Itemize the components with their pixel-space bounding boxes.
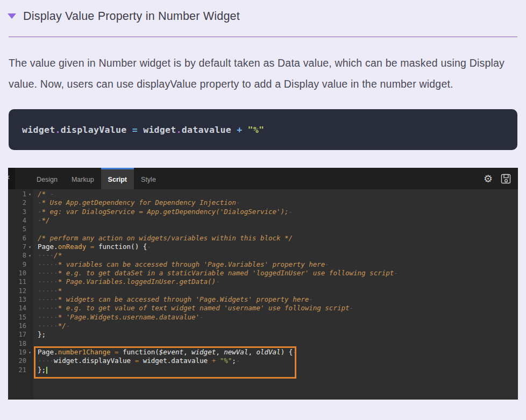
code-line[interactable]: ·* eg: var DialogService = App.getDepend… [33,208,518,216]
line-number: 15 [19,314,26,321]
line-number: 19 [19,348,26,356]
editor-body: 1▾234567▾8▾910111213141516171819▾2021 /*… [8,189,518,400]
gutter-row: 11 [8,277,33,286]
gutter-row: 10 [8,269,33,277]
settings-gear-icon[interactable]: ⚙ [484,173,493,184]
gutter-row: 14 [8,304,33,312]
line-number: 4 [23,217,26,224]
code-line[interactable]: ·····* variables can be accessed through… [33,260,518,269]
collapse-triangle-icon[interactable] [8,13,16,19]
tab-script[interactable]: Script [101,168,134,189]
gutter-row: 5 [8,225,33,233]
editor-gutter: 1▾234567▾8▾910111213141516171819▾2021 [8,189,33,400]
gutter-row: 20 [8,357,33,365]
gutter-row: 19▾ [8,348,33,357]
line-number: 20 [19,357,26,365]
section-divider [9,37,517,37]
line-number: 21 [19,366,26,374]
fold-toggle-icon[interactable]: ▾ [26,192,33,197]
fold-toggle-icon[interactable]: ▾ [26,245,33,250]
tab-style[interactable]: Style [134,168,163,189]
clipped-close-icon: ✕ [8,168,15,189]
line-number: 1 [23,190,26,198]
line-number: 16 [19,322,26,330]
code-line[interactable]: }; [33,330,518,339]
gutter-row: 6 [8,234,33,243]
snippet-code: widget.displayValue = widget.datavalue +… [22,125,264,135]
gutter-row: 15 [8,313,33,322]
line-number: 2 [23,199,26,207]
code-line[interactable]: ·* Use App.getDependency for Dependency … [33,198,518,207]
line-number: 7 [23,243,26,251]
code-line[interactable]: Page.number1Change = function($event, wi… [33,348,518,357]
code-line[interactable]: ·····* e.g. to get value of text widget … [33,304,518,312]
line-number: 5 [23,225,26,233]
code-line[interactable] [33,225,518,233]
gutter-row: 7▾ [8,243,33,251]
save-floppy-icon[interactable] [501,174,511,184]
line-number: 14 [19,304,26,312]
editor-toolbar: ✕ DesignMarkupScriptStyle ⚙ [8,168,518,189]
script-editor: ✕ DesignMarkupScriptStyle ⚙ 1▾234567▾8▾9… [8,168,518,400]
code-line[interactable]: ·····* 'Page.Widgets.username.datavalue'… [33,313,518,322]
line-number: 8 [23,252,26,259]
gutter-row: 9 [8,260,33,269]
line-number: 18 [19,340,26,347]
line-number: 17 [19,331,26,338]
gutter-row: 12 [8,287,33,295]
line-number: 3 [23,208,26,216]
code-snippet-block: widget.displayValue = widget.datavalue +… [9,109,517,150]
line-number: 13 [19,296,26,303]
code-line[interactable]: ·····* Page.Variables.loggedInUser.getDa… [33,277,518,286]
gutter-row: 1▾ [8,190,33,198]
gutter-row: 21 [8,366,33,374]
code-line[interactable]: ·····*/- [33,322,518,330]
code-line[interactable] [33,339,518,348]
code-line[interactable]: ·*/ [33,216,518,225]
editor-tabs: DesignMarkupScriptStyle [30,168,163,189]
gutter-row: 16 [8,322,33,330]
line-number: 10 [19,269,26,277]
gutter-row: 13 [8,295,33,304]
code-line[interactable]: }; [33,366,518,374]
line-number: 6 [23,234,26,242]
description-paragraph: The value given in Number widget is by d… [9,53,517,95]
tab-markup[interactable]: Markup [65,168,101,189]
code-line[interactable]: Page.onReady = function() {- [33,243,518,251]
code-line[interactable]: ····widget.displayValue = widget.dataval… [33,357,518,365]
line-number: 11 [19,278,26,286]
tab-design[interactable]: Design [30,168,65,189]
fold-toggle-icon[interactable]: ▾ [26,350,33,355]
section-title: Display Value Property in Number Widget [23,10,240,23]
gutter-row: 18 [8,339,33,348]
line-number: 12 [19,287,26,295]
code-line[interactable]: ····/* [33,251,518,260]
toolbar-actions: ⚙ [484,168,518,189]
code-line[interactable]: ·····* widgets can be accessed through '… [33,295,518,304]
text-cursor [46,367,47,374]
code-line[interactable]: ·····* e.g. to get dataSet in a staticVa… [33,269,518,277]
gutter-row: 17 [8,330,33,339]
gutter-row: 8▾ [8,251,33,260]
code-area[interactable]: /* -·* Use App.getDependency for Depende… [33,189,518,400]
code-lines: /* -·* Use App.getDependency for Depende… [33,190,518,374]
gutter-row: 2 [8,198,33,207]
fold-toggle-icon[interactable]: ▾ [26,253,33,258]
line-number: 9 [23,261,26,268]
section-header[interactable]: Display Value Property in Number Widget [0,0,526,24]
code-line[interactable]: ·····* [33,287,518,295]
code-line[interactable]: /* - [33,190,518,198]
gutter-row: 4 [8,216,33,225]
gutter-row: 3 [8,208,33,216]
code-line[interactable]: /* perform any action on widgets/variabl… [33,234,518,243]
